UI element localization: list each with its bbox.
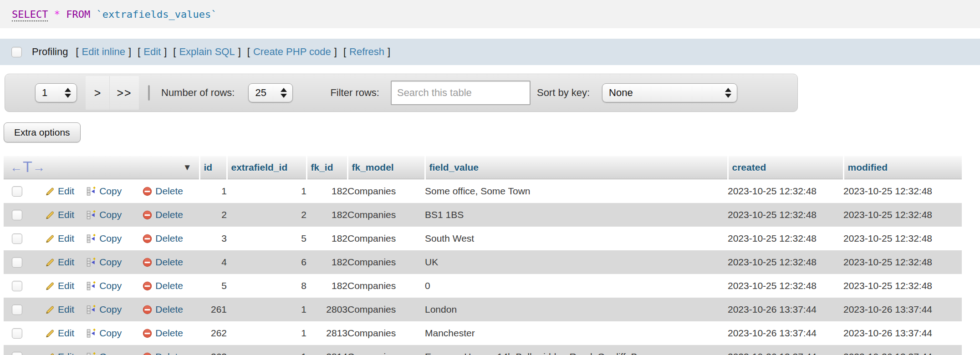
profiling-bar: Profiling [Edit inline][Edit][Explain SQ…: [0, 39, 980, 65]
sql-query-text: SELECT * FROM `extrafields_values`: [12, 9, 217, 20]
cell-created: 2023-10-26 13:37:44: [728, 321, 843, 345]
delete-link[interactable]: Delete: [143, 186, 183, 197]
page-select[interactable]: 1: [35, 83, 77, 102]
results-toolbar: 1 > >> Number of rows: 25 Filter rows: S…: [5, 74, 798, 112]
table-row: Edit Copy Delete 5 8 182 Companies 0 202…: [4, 274, 962, 298]
edit-link[interactable]: Edit: [45, 280, 74, 291]
cell-field-value: BS1 1BS: [425, 203, 728, 227]
extra-options-button[interactable]: Extra options: [4, 122, 81, 142]
column-reorder-handle-icon[interactable]: ←T→: [10, 159, 45, 176]
sql-keyword-select[interactable]: SELECT: [12, 9, 48, 21]
cell-fk-id: 182: [306, 250, 347, 274]
copy-link[interactable]: Copy: [87, 233, 122, 244]
table-row: Edit Copy Delete 4 6 182 Companies UK 20…: [4, 250, 962, 274]
edit-link[interactable]: Edit: [45, 233, 74, 244]
last-page-button[interactable]: >>: [109, 76, 139, 110]
row-checkbox[interactable]: [12, 304, 22, 315]
number-of-rows-label: Number of rows:: [161, 87, 235, 99]
cell-extrafield-id: 5: [227, 227, 306, 250]
cell-field-value: South West: [425, 227, 728, 250]
rows-per-page-value: 25: [255, 87, 266, 99]
cell-modified: 2023-10-25 12:32:48: [843, 250, 962, 274]
profiling-link[interactable]: Edit: [143, 46, 161, 58]
edit-link[interactable]: Edit: [45, 257, 74, 268]
row-checkbox[interactable]: [12, 210, 22, 220]
cell-id: 3: [199, 227, 227, 250]
sort-by-key-select[interactable]: None: [602, 83, 737, 102]
cell-fk-id: 182: [306, 227, 347, 250]
column-header-extrafield-id-link[interactable]: extrafield_id: [228, 162, 306, 173]
cell-created: 2023-10-25 12:32:48: [728, 179, 843, 203]
edit-link[interactable]: Edit: [45, 209, 74, 220]
delete-icon: [143, 210, 152, 220]
copy-link[interactable]: Copy: [87, 280, 122, 291]
row-checkbox[interactable]: [12, 257, 22, 268]
row-checkbox[interactable]: [12, 186, 22, 197]
cell-modified: 2023-10-26 13:37:44: [843, 345, 962, 355]
edit-link[interactable]: Edit: [45, 186, 74, 197]
cell-field-value: Emperor House, 14b Ballswidden Road, Car…: [425, 345, 728, 355]
cell-fk-id: 2813: [306, 321, 347, 345]
column-header-fk-model: fk_model: [347, 156, 425, 179]
profiling-link[interactable]: Create PHP code: [253, 46, 331, 58]
copy-row-icon: [87, 210, 96, 220]
cell-id: 261: [199, 298, 227, 321]
delete-link[interactable]: Delete: [143, 257, 183, 268]
column-header-id-link[interactable]: id: [200, 162, 226, 173]
column-header-field-value-link[interactable]: field_value: [426, 162, 727, 173]
cell-id: 5: [199, 274, 227, 298]
edit-link[interactable]: Edit: [45, 328, 74, 339]
edit-link[interactable]: Edit: [45, 351, 74, 355]
column-header-created-link[interactable]: created: [729, 162, 843, 173]
cell-modified: 2023-10-26 13:37:44: [843, 321, 962, 345]
delete-link[interactable]: Delete: [143, 304, 183, 315]
profiling-checkbox[interactable]: [11, 47, 22, 57]
profiling-link[interactable]: Edit inline: [82, 46, 125, 58]
sql-table-identifier: `extrafields_values`: [96, 9, 217, 20]
delete-link[interactable]: Delete: [143, 351, 183, 355]
row-checkbox[interactable]: [12, 281, 22, 291]
table-row: Edit Copy Delete 2 2 182 Companies BS1 1…: [4, 203, 962, 227]
rows-per-page-select[interactable]: 25: [248, 83, 293, 102]
profiling-link[interactable]: Refresh: [349, 46, 384, 58]
cell-extrafield-id: 1: [227, 321, 306, 345]
column-header-created: created: [728, 156, 843, 179]
table-row: Edit Copy Delete 261 1 2803 Companies Lo…: [4, 298, 962, 321]
options-caret-icon[interactable]: ▼: [183, 162, 192, 172]
column-header-fk-model-link[interactable]: fk_model: [348, 162, 424, 173]
row-checkbox[interactable]: [12, 352, 22, 355]
row-checkbox[interactable]: [12, 233, 22, 244]
copy-link[interactable]: Copy: [87, 186, 122, 197]
next-page-button[interactable]: >: [86, 76, 109, 110]
cell-fk-model: Companies: [347, 250, 425, 274]
cell-extrafield-id: 6: [227, 250, 306, 274]
column-header-modified-link[interactable]: modified: [844, 162, 962, 173]
copy-link[interactable]: Copy: [87, 257, 122, 268]
cell-extrafield-id: 2: [227, 203, 306, 227]
filter-rows-label: Filter rows:: [330, 87, 379, 99]
sql-keyword-from: FROM: [66, 9, 90, 20]
cell-field-value: London: [425, 298, 728, 321]
copy-link[interactable]: Copy: [87, 209, 122, 220]
pencil-icon: [45, 281, 55, 291]
copy-link[interactable]: Copy: [87, 328, 122, 339]
cell-id: 263: [199, 345, 227, 355]
row-checkbox[interactable]: [12, 328, 22, 339]
edit-link[interactable]: Edit: [45, 304, 74, 315]
profiling-link[interactable]: Explain SQL: [179, 46, 235, 58]
row-actions-cell: Edit Copy Delete: [4, 250, 199, 274]
cell-created: 2023-10-25 12:32:48: [728, 250, 843, 274]
delete-link[interactable]: Delete: [143, 280, 183, 291]
sql-query-box: SELECT * FROM `extrafields_values`: [0, 0, 980, 28]
table-search-input[interactable]: [391, 81, 531, 105]
delete-link[interactable]: Delete: [143, 233, 183, 244]
delete-link[interactable]: Delete: [143, 328, 183, 339]
copy-link[interactable]: Copy: [87, 351, 122, 355]
pencil-icon: [45, 187, 55, 196]
delete-link[interactable]: Delete: [143, 209, 183, 220]
cell-modified: 2023-10-25 12:32:48: [843, 227, 962, 250]
pencil-icon: [45, 329, 55, 338]
copy-link[interactable]: Copy: [87, 304, 122, 315]
column-header-fk-id-link[interactable]: fk_id: [307, 162, 347, 173]
copy-row-icon: [87, 281, 96, 291]
